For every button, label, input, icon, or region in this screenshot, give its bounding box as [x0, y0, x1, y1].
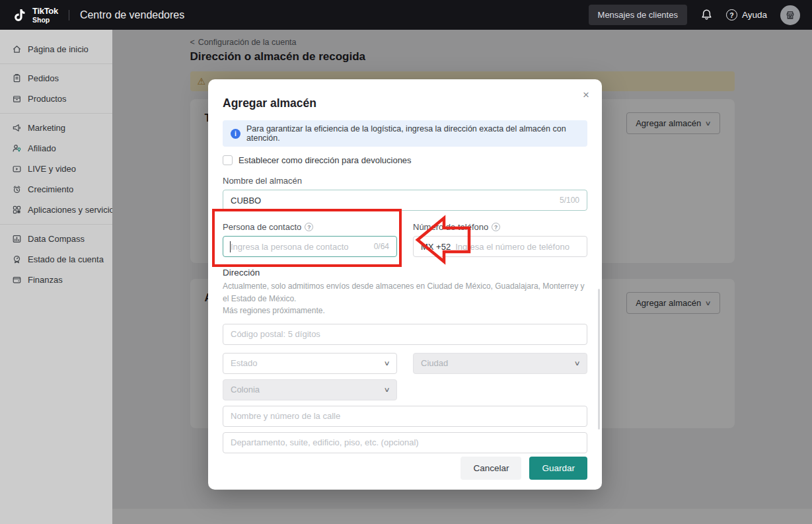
storefront-icon — [785, 10, 795, 20]
contact-person-field: 0/64 — [223, 236, 397, 257]
colonia-select[interactable]: Colonia ∨ — [223, 379, 397, 400]
postal-code-field — [223, 324, 587, 345]
address-help-text: Actualmente, solo admitimos envíos desde… — [223, 280, 587, 317]
sidebar-dim-overlay — [0, 30, 112, 524]
text-cursor — [230, 241, 231, 252]
modal-scrollbar-thumb[interactable] — [598, 289, 600, 430]
returns-checkbox[interactable] — [223, 155, 233, 165]
state-select[interactable]: Estado ∨ — [223, 353, 397, 374]
product-title: Centro de vendedores — [80, 9, 184, 21]
contact-person-input[interactable] — [231, 242, 369, 252]
close-button[interactable]: × — [583, 89, 589, 100]
phone-help-icon[interactable]: ? — [492, 223, 500, 231]
tiktok-shop-logo[interactable]: TikTok Shop — [12, 7, 58, 24]
brand-text: TikTok Shop — [32, 7, 58, 24]
returns-checkbox-label: Establecer como dirección para devolucio… — [239, 155, 412, 165]
help-label: Ayuda — [742, 10, 767, 20]
save-button[interactable]: Guardar — [529, 457, 587, 480]
chevron-down-icon: ∨ — [383, 386, 390, 393]
customer-messages-button[interactable]: Mensajes de clientes — [589, 5, 687, 25]
chevron-down-icon: ∨ — [383, 359, 390, 367]
top-header-bar: TikTok Shop Centro de vendedores Mensaje… — [0, 0, 812, 30]
chevron-down-icon: ∨ — [573, 359, 580, 367]
phone-input[interactable] — [455, 242, 579, 252]
cancel-button[interactable]: Cancelar — [461, 457, 521, 480]
help-button[interactable]: ? Ayuda — [726, 9, 767, 20]
add-warehouse-modal: Agregar almacén × i Para garantizar la e… — [208, 79, 602, 490]
contact-person-counter: 0/64 — [374, 242, 389, 251]
city-select[interactable]: Ciudad ∨ — [413, 353, 587, 374]
info-icon: i — [231, 129, 240, 139]
info-banner: i Para garantizar la eficiencia de la lo… — [223, 120, 587, 147]
question-circle-icon: ? — [726, 9, 737, 20]
returns-address-checkbox-row[interactable]: Establecer como dirección para devolucio… — [223, 155, 587, 165]
close-icon: × — [583, 89, 589, 101]
contact-person-label-row: Persona de contacto ? — [223, 222, 397, 232]
app-window: TikTok Shop Centro de vendedores Mensaje… — [0, 0, 812, 524]
apartment-field — [223, 432, 587, 453]
street-field — [223, 406, 587, 427]
header-divider — [69, 10, 69, 20]
street-input[interactable] — [231, 411, 579, 421]
postal-code-input[interactable] — [231, 329, 579, 339]
info-banner-text: Para garantizar la eficiencia de la logí… — [246, 124, 579, 143]
modal-title: Agregar almacén — [208, 79, 602, 110]
address-section-label: Dirección — [223, 268, 587, 278]
warehouse-name-counter: 5/100 — [560, 196, 579, 205]
phone-field: MX +52 — [413, 236, 587, 257]
notifications-button[interactable] — [700, 9, 713, 21]
warehouse-name-label: Nombre del almacén — [223, 176, 587, 186]
contact-person-help-icon[interactable]: ? — [305, 223, 313, 231]
bell-icon — [700, 9, 713, 21]
warehouse-name-field: 5/100 — [223, 190, 587, 211]
warehouse-name-input[interactable] — [231, 196, 554, 206]
tiktok-note-icon — [12, 7, 28, 24]
apartment-input[interactable] — [231, 437, 579, 447]
shop-avatar[interactable] — [780, 5, 800, 25]
phone-country-prefix[interactable]: MX +52 — [421, 242, 451, 252]
phone-label-row: Número de teléfono ? — [413, 222, 587, 232]
